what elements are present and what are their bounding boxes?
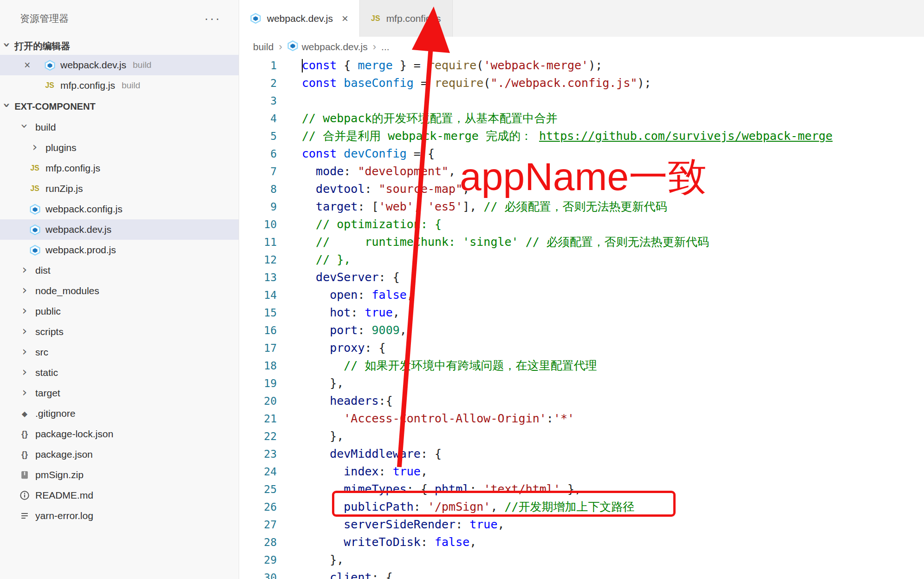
js-icon: JS: [42, 81, 58, 90]
code-line-25[interactable]: 25 mimeTypes: { phtml: 'text/html' },: [239, 480, 924, 498]
code-line-9[interactable]: 9 target: ['web', 'es5'], // 必须配置，否则无法热更…: [239, 198, 924, 216]
code-line-8[interactable]: 8 devtool: "source-map",: [239, 180, 924, 198]
code-area[interactable]: 1const { merge } = require('webpack-merg…: [239, 57, 924, 579]
code-line-27[interactable]: 27 serverSideRender: true,: [239, 516, 924, 533]
line-number: 21: [239, 410, 277, 428]
code-token: '/pmSign': [428, 500, 490, 513]
tab-webpack.dev.js[interactable]: webpack.dev.js×: [239, 0, 360, 37]
tree-folder-dist[interactable]: ›dist: [0, 260, 239, 281]
code-token: open: [330, 288, 358, 302]
tree-file-webpack.config.js[interactable]: webpack.config.js: [0, 199, 239, 219]
code-line-15[interactable]: 15 hot: true,: [239, 304, 924, 322]
tree-file-package.json[interactable]: {}package.json: [0, 444, 239, 465]
code-line-3[interactable]: 3: [239, 92, 924, 110]
code-line-19[interactable]: 19 },: [239, 375, 924, 392]
code-line-20[interactable]: 20 headers:{: [239, 392, 924, 410]
close-icon[interactable]: ×: [24, 59, 42, 72]
code-line-7[interactable]: 7 mode: "development",: [239, 163, 924, 180]
code-line-6[interactable]: 6const devConfig = {: [239, 145, 924, 163]
code-token: mimeTypes: [344, 482, 406, 496]
code-line-11[interactable]: 11 // runtimeChunk: 'single' // 必须配置，否则无…: [239, 233, 924, 251]
code-token: [302, 535, 344, 549]
code-line-26[interactable]: 26 publicPath: '/pmSign', //开发期增加上下文路径: [239, 498, 924, 516]
explorer-title-row: 资源管理器 ···: [0, 0, 239, 37]
tree-folder-build[interactable]: ›build: [0, 117, 239, 138]
tree-file-pmSign.zip[interactable]: pmSign.zip: [0, 465, 239, 485]
code-token: ,: [407, 288, 414, 302]
line-content: // runtimeChunk: 'single' // 必须配置，否则无法热更…: [302, 233, 709, 251]
tree-folder-plugins[interactable]: ›plugins: [0, 138, 239, 158]
open-editor-name: mfp.config.js: [60, 80, 115, 91]
code-line-22[interactable]: 22 },: [239, 428, 924, 445]
zip-icon: [17, 470, 33, 480]
tree-folder-static[interactable]: ›static: [0, 362, 239, 383]
open-editor-mfp.config.js[interactable]: JSmfp.config.jsbuild: [0, 75, 239, 96]
code-line-30[interactable]: 30 client: {: [239, 569, 924, 579]
breadcrumb-item-webpack.dev.js[interactable]: webpack.dev.js: [287, 40, 368, 53]
code-line-2[interactable]: 2const baseConfig = require("./webpack.c…: [239, 74, 924, 92]
tree-file-README.md[interactable]: README.md: [0, 485, 239, 506]
tree-folder-src[interactable]: ›src: [0, 342, 239, 362]
tree-folder-target[interactable]: ›target: [0, 383, 239, 403]
tree-file-.gitignore[interactable]: ◆.gitignore: [0, 403, 239, 424]
code-token: // optimization: {: [316, 217, 442, 231]
line-number: 6: [239, 145, 277, 163]
open-editor-name: webpack.dev.js: [60, 59, 126, 71]
code-token: : {: [421, 447, 442, 461]
line-number: 17: [239, 339, 277, 357]
tree-folder-public[interactable]: ›public: [0, 301, 239, 322]
tab-label: mfp.config.js: [386, 13, 441, 24]
code-line-17[interactable]: 17 proxy: {: [239, 339, 924, 357]
code-token: false: [435, 535, 469, 549]
chevron-right-icon: ›: [17, 326, 33, 338]
tree-file-webpack.prod.js[interactable]: webpack.prod.js: [0, 240, 239, 260]
line-number: 18: [239, 357, 277, 375]
code-line-13[interactable]: 13 devServer: {: [239, 269, 924, 286]
tab-mfp.config.js[interactable]: JSmfp.config.js: [360, 0, 452, 37]
tree-folder-scripts[interactable]: ›scripts: [0, 322, 239, 342]
tree-file-mfp.config.js[interactable]: JSmfp.config.js: [0, 158, 239, 178]
breadcrumb-item-build[interactable]: build: [253, 41, 273, 53]
tree-item-label: mfp.config.js: [46, 163, 100, 174]
close-icon[interactable]: ×: [342, 13, 348, 24]
code-line-5[interactable]: 5// 合并是利用 webpack-merge 完成的： https://git…: [239, 127, 924, 145]
more-actions-icon[interactable]: ···: [204, 13, 221, 25]
code-line-23[interactable]: 23 devMiddleware: {: [239, 445, 924, 463]
code-token: '*': [553, 412, 574, 425]
tab-bar: webpack.dev.js×JSmfp.config.js: [239, 0, 924, 37]
code-token: ,: [497, 518, 504, 531]
open-editors-label: 打开的编辑器: [14, 40, 70, 53]
code-line-4[interactable]: 4// webpack的开发环境配置，从基本配置中合并: [239, 110, 924, 127]
tree-folder-node_modules[interactable]: ›node_modules: [0, 281, 239, 301]
code-token: :: [469, 482, 483, 496]
line-content: // },: [302, 251, 351, 269]
code-line-18[interactable]: 18 // 如果开发环境中有跨域问题，在这里配置代理: [239, 357, 924, 375]
line-content: // webpack的开发环境配置，从基本配置中合并: [302, 110, 558, 127]
breadcrumb-item-...[interactable]: ...: [381, 41, 390, 53]
code-line-21[interactable]: 21 'Access-Control-Allow-Origin':'*': [239, 410, 924, 428]
code-line-16[interactable]: 16 port: 9009,: [239, 322, 924, 339]
code-token: true: [469, 518, 497, 531]
tree-file-runZip.js[interactable]: JSrunZip.js: [0, 178, 239, 199]
code-token: },: [302, 376, 344, 390]
workspace-section-header[interactable]: › EXT-COMPONENT: [0, 96, 239, 117]
code-token: [337, 147, 344, 160]
tree-file-webpack.dev.js[interactable]: webpack.dev.js: [0, 219, 239, 240]
open-editor-webpack.dev.js[interactable]: ×webpack.dev.jsbuild: [0, 55, 239, 75]
code-token: [302, 571, 330, 579]
tree-file-yarn-error.log[interactable]: yarn-error.log: [0, 506, 239, 526]
code-line-24[interactable]: 24 index: true,: [239, 463, 924, 480]
code-token: [302, 394, 330, 408]
code-line-28[interactable]: 28 writeToDisk: false,: [239, 533, 924, 551]
code-line-14[interactable]: 14 open: false,: [239, 286, 924, 304]
line-number: 5: [239, 127, 277, 145]
line-content: mimeTypes: { phtml: 'text/html' },: [302, 480, 581, 498]
tree-item-label: README.md: [35, 490, 93, 501]
open-editors-header[interactable]: › 打开的编辑器: [0, 37, 239, 55]
code-line-12[interactable]: 12 // },: [239, 251, 924, 269]
tree-file-package-lock.json[interactable]: {}package-lock.json: [0, 424, 239, 444]
code-line-10[interactable]: 10 // optimization: {: [239, 216, 924, 233]
line-number: 20: [239, 392, 277, 410]
code-line-29[interactable]: 29 },: [239, 551, 924, 569]
code-line-1[interactable]: 1const { merge } = require('webpack-merg…: [239, 57, 924, 74]
